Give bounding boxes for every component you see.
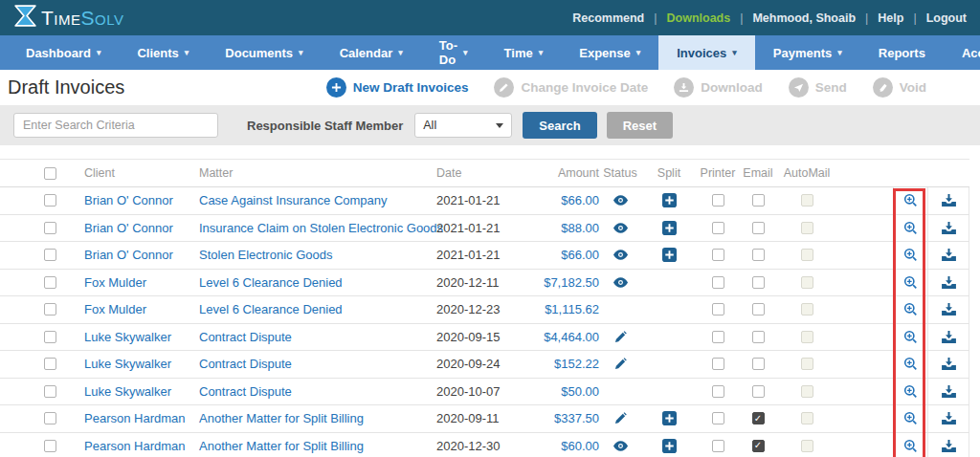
eye-icon[interactable] bbox=[612, 250, 629, 260]
client-link[interactable]: Luke Skywalker bbox=[84, 357, 171, 371]
client-link[interactable]: Brian O' Connor bbox=[84, 221, 173, 235]
search-input[interactable] bbox=[13, 113, 218, 138]
matter-link[interactable]: Stolen Electronic Goods bbox=[199, 248, 332, 262]
nav-item-account[interactable]: Account▾ bbox=[944, 35, 980, 70]
email-checkbox[interactable] bbox=[752, 303, 765, 316]
amount-link[interactable]: $7,182.50 bbox=[544, 275, 599, 290]
amount-link[interactable]: $152.22 bbox=[554, 357, 599, 371]
client-link[interactable]: Pearson Hardman bbox=[84, 439, 186, 453]
amount-link[interactable]: $4,464.00 bbox=[544, 330, 599, 344]
new-draft-invoices-button[interactable]: New Draft Invoices bbox=[326, 77, 469, 98]
zoom-in-icon[interactable] bbox=[903, 411, 918, 425]
row-checkbox[interactable] bbox=[44, 303, 56, 316]
email-checkbox[interactable] bbox=[752, 412, 765, 424]
split-plus-icon[interactable] bbox=[662, 248, 677, 262]
client-link[interactable]: Fox Mulder bbox=[84, 275, 146, 290]
nav-item-invoices[interactable]: Invoices▾ bbox=[658, 35, 755, 70]
pencil-icon[interactable] bbox=[614, 358, 627, 370]
toplink-help[interactable]: Help bbox=[878, 11, 903, 25]
row-checkbox[interactable] bbox=[44, 222, 56, 234]
toplink-downloads[interactable]: Downloads bbox=[667, 11, 731, 25]
matter-link[interactable]: Contract Dispute bbox=[199, 330, 292, 344]
download-icon[interactable] bbox=[942, 385, 956, 398]
printer-checkbox[interactable] bbox=[712, 331, 724, 343]
printer-checkbox[interactable] bbox=[712, 303, 724, 316]
download-icon[interactable] bbox=[942, 222, 956, 234]
select-all-checkbox[interactable] bbox=[44, 167, 56, 180]
nav-item-time[interactable]: Time▾ bbox=[486, 35, 562, 70]
matter-link[interactable]: Another Matter for Split Billing bbox=[199, 439, 364, 453]
row-checkbox[interactable] bbox=[44, 385, 56, 398]
matter-link[interactable]: Level 6 Clearance Denied bbox=[199, 275, 343, 290]
zoom-in-icon[interactable] bbox=[903, 330, 918, 344]
printer-checkbox[interactable] bbox=[712, 276, 724, 289]
amount-link[interactable]: $88.00 bbox=[561, 221, 599, 235]
nav-item-documents[interactable]: Documents▾ bbox=[207, 35, 321, 70]
row-checkbox[interactable] bbox=[44, 249, 56, 261]
nav-item-to-do[interactable]: To-Do▾ bbox=[421, 35, 486, 70]
eye-icon[interactable] bbox=[612, 441, 629, 451]
row-checkbox[interactable] bbox=[44, 194, 56, 207]
amount-link[interactable]: $66.00 bbox=[561, 248, 599, 262]
toplink-logout[interactable]: Logout bbox=[926, 11, 967, 25]
pencil-icon[interactable] bbox=[614, 412, 627, 424]
zoom-in-icon[interactable] bbox=[903, 275, 918, 290]
download-icon[interactable] bbox=[942, 194, 956, 207]
row-checkbox[interactable] bbox=[44, 440, 56, 452]
email-checkbox[interactable] bbox=[752, 358, 765, 370]
zoom-in-icon[interactable] bbox=[903, 439, 918, 453]
download-icon[interactable] bbox=[942, 412, 956, 424]
client-link[interactable]: Brian O' Connor bbox=[84, 193, 173, 207]
email-checkbox[interactable] bbox=[752, 385, 765, 398]
zoom-in-icon[interactable] bbox=[903, 384, 918, 399]
row-checkbox[interactable] bbox=[44, 358, 56, 370]
email-checkbox[interactable] bbox=[752, 276, 765, 289]
download-icon[interactable] bbox=[942, 358, 956, 370]
row-checkbox[interactable] bbox=[44, 412, 56, 424]
toplink-recommend[interactable]: Recommend bbox=[572, 11, 644, 25]
client-link[interactable]: Luke Skywalker bbox=[84, 384, 171, 399]
nav-item-payments[interactable]: Payments▾ bbox=[755, 35, 860, 70]
staff-member-select[interactable]: All bbox=[414, 113, 512, 138]
eye-icon[interactable] bbox=[612, 223, 629, 233]
client-link[interactable]: Fox Mulder bbox=[84, 302, 146, 316]
split-plus-icon[interactable] bbox=[662, 193, 677, 207]
row-checkbox[interactable] bbox=[44, 276, 56, 289]
amount-link[interactable]: $66.00 bbox=[561, 193, 599, 207]
email-checkbox[interactable] bbox=[752, 440, 765, 452]
download-icon[interactable] bbox=[942, 440, 956, 452]
matter-link[interactable]: Another Matter for Split Billing bbox=[199, 411, 364, 425]
matter-link[interactable]: Contract Dispute bbox=[199, 384, 292, 399]
printer-checkbox[interactable] bbox=[712, 385, 724, 398]
email-checkbox[interactable] bbox=[752, 331, 765, 343]
timesolv-logo[interactable]: TimeSolv bbox=[13, 4, 123, 32]
email-checkbox[interactable] bbox=[752, 249, 765, 261]
zoom-in-icon[interactable] bbox=[903, 357, 918, 371]
matter-link[interactable]: Case Against Insurance Company bbox=[199, 193, 388, 207]
email-checkbox[interactable] bbox=[752, 222, 765, 234]
nav-item-expense[interactable]: Expense▾ bbox=[561, 35, 658, 70]
printer-checkbox[interactable] bbox=[712, 194, 724, 207]
zoom-in-icon[interactable] bbox=[903, 193, 918, 207]
amount-link[interactable]: $50.00 bbox=[561, 384, 599, 399]
eye-icon[interactable] bbox=[612, 277, 629, 288]
split-plus-icon[interactable] bbox=[662, 439, 677, 453]
printer-checkbox[interactable] bbox=[712, 358, 724, 370]
reset-button[interactable]: Reset bbox=[607, 112, 673, 139]
download-icon[interactable] bbox=[942, 249, 956, 261]
zoom-in-icon[interactable] bbox=[903, 302, 918, 316]
pencil-icon[interactable] bbox=[614, 331, 627, 343]
nav-item-reports[interactable]: Reports bbox=[860, 35, 944, 70]
split-plus-icon[interactable] bbox=[662, 411, 677, 425]
download-icon[interactable] bbox=[942, 331, 956, 343]
download-icon[interactable] bbox=[942, 303, 956, 316]
eye-icon[interactable] bbox=[612, 195, 629, 206]
client-link[interactable]: Brian O' Connor bbox=[84, 248, 173, 262]
row-checkbox[interactable] bbox=[44, 331, 56, 343]
zoom-in-icon[interactable] bbox=[903, 248, 918, 262]
amount-link[interactable]: $337.50 bbox=[554, 411, 599, 425]
download-icon[interactable] bbox=[942, 276, 956, 289]
matter-link[interactable]: Insurance Claim on Stolen Electronic Goo… bbox=[199, 221, 443, 235]
printer-checkbox[interactable] bbox=[712, 222, 724, 234]
toplink-mehmood-shoaib[interactable]: Mehmood, Shoaib bbox=[752, 11, 856, 25]
